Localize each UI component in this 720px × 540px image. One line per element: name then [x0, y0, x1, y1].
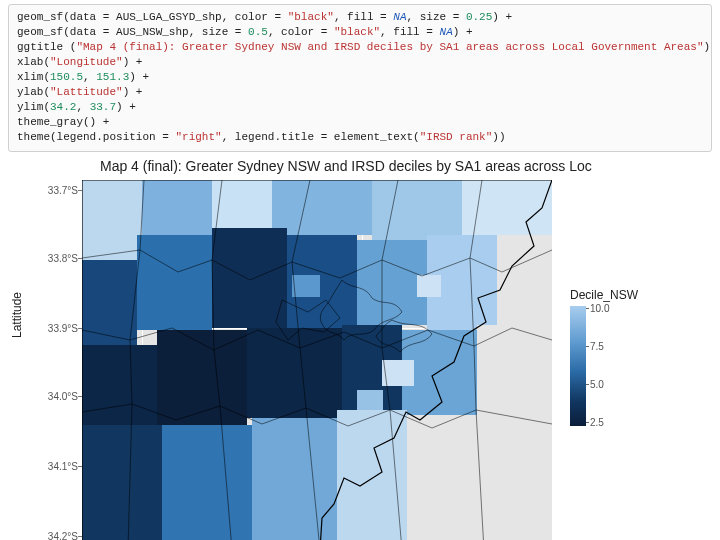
legend-tick: 2.5 [590, 417, 604, 428]
code-line: geom_sf(data = AUS_NSW_shp, size = 0.5, … [17, 25, 703, 40]
svg-rect-26 [382, 360, 414, 386]
svg-rect-15 [247, 328, 342, 418]
y-tick: 34.1°S [44, 461, 78, 472]
legend-colorbar: 10.0 7.5 5.0 2.5 [570, 306, 586, 426]
svg-rect-1 [142, 180, 212, 235]
choropleth-map [82, 180, 552, 540]
y-tick: 33.7°S [44, 185, 78, 196]
code-block: geom_sf(data = AUS_LGA_GSYD_shp, color =… [8, 4, 712, 152]
legend: Decile_NSW 10.0 7.5 5.0 2.5 [570, 288, 690, 426]
svg-rect-10 [357, 240, 427, 325]
svg-rect-18 [477, 325, 552, 415]
legend-tick: 5.0 [590, 379, 604, 390]
svg-rect-19 [82, 425, 162, 540]
svg-rect-27 [357, 390, 383, 410]
svg-rect-22 [337, 410, 407, 540]
svg-rect-8 [212, 228, 287, 328]
y-axis-label: Lattitude [10, 292, 24, 338]
legend-tick: 7.5 [590, 341, 604, 352]
code-line: xlab("Longitude") + [17, 55, 703, 70]
svg-rect-24 [487, 415, 552, 540]
plot-panel [82, 180, 552, 540]
legend-title: Decile_NSW [570, 288, 690, 302]
svg-rect-14 [157, 330, 247, 425]
code-line: theme_gray() + [17, 115, 703, 130]
svg-rect-6 [82, 260, 137, 345]
legend-tick: 10.0 [590, 303, 609, 314]
y-tick: 33.9°S [44, 323, 78, 334]
svg-rect-13 [82, 345, 157, 425]
code-line: geom_sf(data = AUS_LGA_GSYD_shp, color =… [17, 10, 703, 25]
code-line: theme(legend.position = "right", legend.… [17, 130, 703, 145]
y-tick: 34.0°S [44, 391, 78, 402]
plot-title: Map 4 (final): Greater Sydney NSW and IR… [100, 158, 592, 174]
svg-rect-21 [252, 418, 337, 540]
code-line: xlim(150.5, 151.3) + [17, 70, 703, 85]
code-line: ylab("Lattitude") + [17, 85, 703, 100]
svg-rect-20 [162, 425, 252, 540]
y-tick: 34.2°S [44, 531, 78, 541]
svg-rect-5 [462, 180, 552, 235]
code-line: ggtitle ("Map 4 (final): Greater Sydney … [17, 40, 703, 55]
svg-rect-4 [372, 180, 462, 240]
svg-rect-7 [137, 235, 212, 330]
svg-rect-3 [272, 180, 372, 235]
code-line: ylim(34.2, 33.7) + [17, 100, 703, 115]
svg-rect-25 [417, 275, 441, 297]
svg-rect-23 [407, 415, 487, 540]
svg-rect-28 [292, 275, 320, 297]
plot-area: Map 4 (final): Greater Sydney NSW and IR… [10, 158, 710, 540]
y-tick: 33.8°S [44, 253, 78, 264]
svg-rect-0 [82, 180, 142, 260]
